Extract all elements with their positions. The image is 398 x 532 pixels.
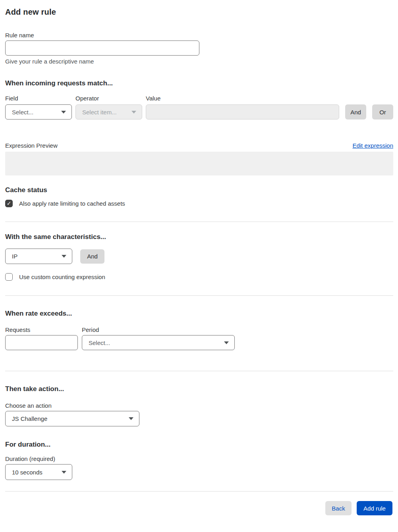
period-select-value: Select... (89, 339, 110, 346)
custom-counting-checkbox[interactable]: ✓ (5, 273, 13, 281)
section-divider (5, 222, 393, 222)
rate-heading: When rate exceeds... (5, 310, 393, 318)
chevron-down-icon (61, 111, 66, 114)
chevron-down-icon (62, 255, 66, 258)
cached-assets-checkbox-label: Also apply rate limiting to cached asset… (19, 200, 125, 207)
back-button[interactable]: Back (325, 501, 352, 515)
rule-name-input[interactable] (5, 40, 199, 56)
add-rule-button[interactable]: Add rule (357, 501, 392, 515)
characteristics-and-button[interactable]: And (80, 249, 104, 264)
period-select[interactable]: Select... (82, 335, 235, 350)
field-select-value: Select... (12, 109, 33, 116)
expression-preview-box (5, 152, 393, 175)
cached-assets-checkbox[interactable]: ✓ (5, 200, 13, 207)
custom-counting-checkbox-label: Use custom counting expression (19, 274, 105, 280)
chevron-down-icon (224, 341, 229, 344)
rule-name-label: Rule name (5, 32, 393, 39)
cache-status-heading: Cache status (5, 186, 393, 194)
choose-action-label: Choose an action (5, 402, 393, 409)
match-labels-row: Field Operator Value (5, 95, 393, 102)
characteristics-heading: With the same characteristics... (5, 233, 393, 241)
rate-labels-row: Requests Period (5, 326, 393, 333)
footer-divider (5, 491, 393, 492)
operator-label: Operator (75, 95, 146, 102)
operator-select: Select item... (75, 104, 142, 120)
section-divider (5, 371, 393, 371)
footer-actions: Back Add rule (5, 501, 393, 515)
action-select[interactable]: JS Challenge (5, 411, 139, 426)
expression-preview-label: Expression Preview (5, 142, 58, 149)
duration-label: Duration (required) (5, 455, 393, 462)
or-button[interactable]: Or (372, 104, 393, 120)
value-label: Value (146, 95, 393, 102)
chevron-down-icon (129, 417, 133, 420)
operator-select-value: Select item... (82, 109, 117, 116)
chevron-down-icon (62, 471, 66, 474)
match-controls-row: Select... Select item... And Or (5, 104, 393, 120)
characteristics-controls: IP And (5, 249, 393, 264)
expression-preview-header: Expression Preview Edit expression (5, 142, 393, 149)
add-rule-form: Add new rule Rule name Give your rule a … (0, 0, 398, 532)
checkmark-icon: ✓ (7, 200, 12, 206)
action-heading: Then take action... (5, 385, 393, 393)
value-input (146, 104, 339, 120)
requests-input[interactable] (5, 335, 78, 350)
field-select[interactable]: Select... (5, 104, 72, 120)
section-divider (5, 295, 393, 296)
field-label: Field (5, 95, 75, 102)
page-title: Add new rule (5, 0, 393, 17)
rate-controls-row: Select... (5, 335, 393, 350)
duration-select-value: 10 seconds (12, 469, 43, 476)
rule-name-helper: Give your rule a descriptive name (5, 58, 393, 65)
match-section-heading: When incoming requests match... (5, 79, 393, 87)
action-select-value: JS Challenge (12, 415, 47, 422)
edit-expression-link[interactable]: Edit expression (352, 142, 393, 149)
and-button[interactable]: And (345, 104, 366, 120)
characteristic-select[interactable]: IP (5, 249, 72, 264)
duration-select[interactable]: 10 seconds (5, 464, 72, 480)
period-label: Period (82, 326, 99, 333)
requests-label: Requests (5, 326, 82, 333)
custom-counting-checkbox-row[interactable]: ✓ Use custom counting expression (5, 273, 393, 281)
duration-heading: For duration... (5, 441, 393, 449)
chevron-down-icon (131, 111, 136, 114)
cached-assets-checkbox-row[interactable]: ✓ Also apply rate limiting to cached ass… (5, 200, 393, 207)
characteristic-select-value: IP (12, 253, 17, 260)
